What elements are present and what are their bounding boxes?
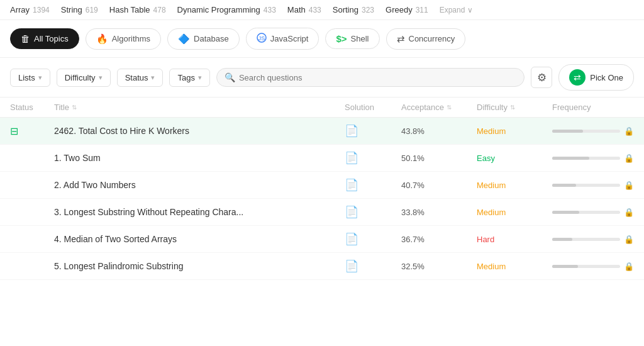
tags-filter[interactable]: Tags ▾	[169, 69, 209, 87]
freq-bar	[552, 130, 583, 133]
table-row[interactable]: 5. Longest Palindromic Substring 📄 32.5%…	[0, 253, 644, 280]
solution-cell[interactable]: 📄	[345, 178, 401, 192]
acceptance-cell: 40.7%	[401, 181, 477, 190]
lists-chevron-icon: ▾	[38, 74, 42, 82]
solution-cell[interactable]: 📄	[345, 259, 401, 273]
th-acceptance[interactable]: Acceptance ⇅	[401, 103, 477, 112]
title-cell[interactable]: 1. Two Sum	[54, 153, 345, 163]
table-row[interactable]: 4. Median of Two Sorted Arrays 📄 36.7% H…	[0, 226, 644, 253]
th-title[interactable]: Title ⇅	[54, 103, 345, 112]
tag-math[interactable]: Math 433	[287, 5, 321, 14]
difficulty-filter[interactable]: Difficulty ▾	[57, 69, 111, 87]
search-icon: 🔍	[225, 72, 235, 82]
freq-bar-bg	[552, 130, 620, 133]
solution-cell[interactable]: 📄	[345, 124, 401, 138]
tag-string-label: String	[61, 5, 82, 14]
difficulty-cell: Medium	[477, 208, 552, 217]
freq-bar	[552, 211, 579, 214]
tab-concurrency-label: Concurrency	[409, 34, 455, 43]
lock-icon: 🔒	[624, 181, 634, 190]
freq-bar	[552, 157, 589, 160]
tag-dp-label: Dynamic Programming	[177, 5, 260, 14]
javascript-icon: JS	[257, 33, 267, 45]
search-input[interactable]	[239, 73, 516, 82]
tag-string-count: 619	[86, 6, 98, 14]
table-header: Status Title ⇅ Solution Acceptance ⇅ Dif…	[0, 98, 644, 118]
tag-array-label: Array	[10, 5, 30, 14]
lists-filter[interactable]: Lists ▾	[10, 69, 50, 87]
status-cell: ⊟	[10, 125, 54, 137]
table-row[interactable]: ⊟ 2462. Total Cost to Hire K Workers 📄 4…	[0, 118, 644, 145]
difficulty-cell: Easy	[477, 153, 552, 163]
status-filter[interactable]: Status ▾	[117, 69, 164, 87]
freq-bar	[552, 184, 576, 187]
tag-greedy-label: Greedy	[386, 5, 413, 14]
tag-string[interactable]: String 619	[61, 5, 98, 14]
solution-icon: 📄	[345, 179, 358, 191]
freq-bar-bg	[552, 265, 620, 268]
solution-cell[interactable]: 📄	[345, 151, 401, 165]
table-row[interactable]: 1. Two Sum 📄 50.1% Easy 🔒	[0, 145, 644, 172]
concurrency-icon: ⇄	[397, 33, 405, 45]
tag-hashtable[interactable]: Hash Table 478	[109, 5, 166, 14]
filter-bar: Lists ▾ Difficulty ▾ Status ▾ Tags ▾ 🔍 ⚙…	[0, 58, 644, 98]
acceptance-cell: 50.1%	[401, 153, 477, 163]
th-solution: Solution	[345, 103, 401, 112]
difficulty-cell: Medium	[477, 126, 552, 136]
database-icon: 🔷	[178, 33, 190, 45]
tab-database-label: Database	[194, 34, 229, 43]
acceptance-cell: 32.5%	[401, 262, 477, 271]
table-row[interactable]: 3. Longest Substring Without Repeating C…	[0, 199, 644, 226]
lock-icon: 🔒	[624, 153, 634, 163]
tag-dp-count: 433	[264, 6, 276, 14]
gear-button[interactable]: ⚙	[531, 67, 552, 88]
tag-bar: Array 1394 String 619 Hash Table 478 Dyn…	[0, 0, 644, 20]
tag-math-count: 433	[309, 6, 321, 14]
title-cell[interactable]: 3. Longest Substring Without Repeating C…	[54, 207, 345, 217]
table-body: ⊟ 2462. Total Cost to Hire K Workers 📄 4…	[0, 118, 644, 280]
tag-array-count: 1394	[33, 6, 50, 14]
pick-one-icon: ⇄	[569, 69, 586, 86]
tags-filter-label: Tags	[177, 73, 194, 82]
tag-sorting-count: 323	[362, 6, 374, 14]
tab-concurrency[interactable]: ⇄ Concurrency	[386, 28, 466, 50]
pick-one-button[interactable]: ⇄ Pick One	[558, 64, 634, 91]
table-row[interactable]: 2. Add Two Numbers 📄 40.7% Medium 🔒	[0, 172, 644, 199]
algorithms-icon: 🔥	[96, 33, 108, 45]
tag-array[interactable]: Array 1394	[10, 5, 50, 14]
tag-greedy[interactable]: Greedy 311	[386, 5, 428, 14]
tab-algorithms-label: Algorithms	[112, 34, 150, 43]
lock-icon: 🔒	[624, 235, 634, 244]
tag-sorting-label: Sorting	[333, 5, 358, 14]
difficulty-cell: Hard	[477, 235, 552, 244]
tab-shell[interactable]: $> Shell	[325, 28, 379, 49]
tag-dp[interactable]: Dynamic Programming 433	[177, 5, 276, 14]
tag-sorting[interactable]: Sorting 323	[333, 5, 374, 14]
search-box[interactable]: 🔍	[216, 68, 525, 87]
title-cell[interactable]: 2. Add Two Numbers	[54, 180, 345, 190]
title-sort-icon: ⇅	[72, 104, 77, 111]
freq-bar	[552, 265, 578, 268]
tag-expand[interactable]: Expand ∨	[440, 6, 473, 14]
acceptance-cell: 36.7%	[401, 235, 477, 244]
tab-shell-label: Shell	[351, 34, 369, 43]
freq-bar-bg	[552, 184, 620, 187]
gear-icon: ⚙	[537, 71, 547, 84]
lock-icon: 🔒	[624, 208, 634, 217]
tag-hashtable-count: 478	[153, 6, 166, 14]
pick-one-label: Pick One	[590, 73, 623, 82]
th-difficulty[interactable]: Difficulty ⇅	[477, 103, 552, 112]
tab-javascript[interactable]: JS JavaScript	[246, 28, 319, 50]
title-cell[interactable]: 4. Median of Two Sorted Arrays	[54, 234, 345, 244]
title-cell[interactable]: 2462. Total Cost to Hire K Workers	[54, 126, 345, 136]
tab-database[interactable]: 🔷 Database	[167, 28, 240, 50]
tab-algorithms[interactable]: 🔥 Algorithms	[86, 28, 161, 50]
tag-math-label: Math	[287, 5, 306, 14]
status-completed-icon: ⊟	[10, 126, 18, 137]
solution-cell[interactable]: 📄	[345, 232, 401, 246]
solution-cell[interactable]: 📄	[345, 205, 401, 219]
solution-icon: 📄	[345, 233, 358, 245]
title-cell[interactable]: 5. Longest Palindromic Substring	[54, 261, 345, 271]
tab-all-topics[interactable]: 🗑 All Topics	[10, 28, 79, 49]
difficulty-cell: Medium	[477, 262, 552, 271]
